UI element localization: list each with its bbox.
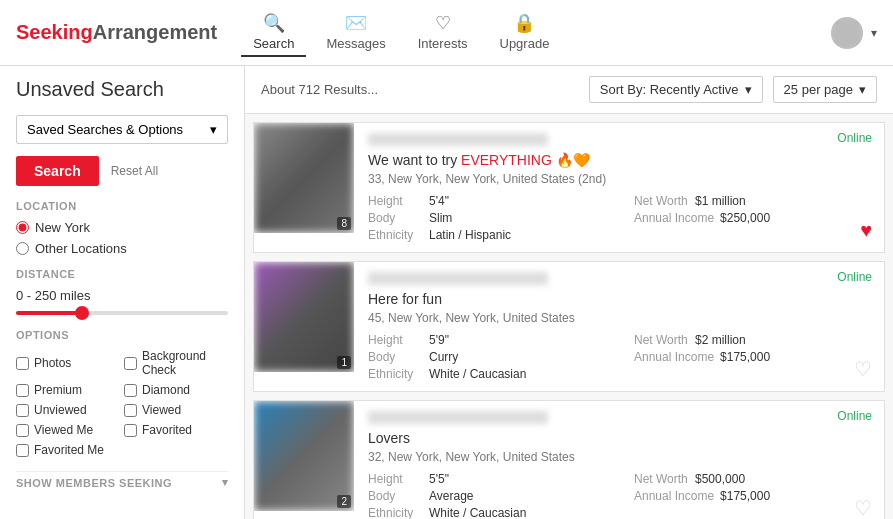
detail-ethnicity-2: Ethnicity White / Caucasian (368, 367, 604, 381)
nav-label-search: Search (253, 36, 294, 51)
detail-body-1: Body Slim (368, 211, 604, 225)
photo-count-3: 2 (337, 495, 351, 508)
option-favorited[interactable]: Favorited (124, 423, 228, 437)
option-diamond[interactable]: Diamond (124, 383, 228, 397)
option-background-check[interactable]: Background Check (124, 349, 228, 377)
income-value-2: $175,000 (720, 350, 770, 364)
option-label-diamond: Diamond (142, 383, 190, 397)
avatar[interactable] (831, 17, 863, 49)
distance-section-label: DISTANCE (16, 268, 228, 280)
profile-tagline-1: We want to try EVERYTHING 🔥🧡 (368, 152, 870, 168)
detail-income-1: Annual Income $250,000 (634, 211, 870, 225)
per-page-dropdown[interactable]: 25 per page ▾ (773, 76, 877, 103)
location-option-other[interactable]: Other Locations (16, 241, 228, 256)
checkbox-viewed[interactable] (124, 404, 137, 417)
location-radio-other[interactable] (16, 242, 29, 255)
table-row[interactable]: 8 We want to try EVERYTHING 🔥🧡 33, New Y… (253, 122, 885, 253)
table-row[interactable]: 2 Lovers 32, New York, New York, United … (253, 400, 885, 519)
nav-label-interests: Interests (418, 36, 468, 51)
income-label-3: Annual Income (634, 489, 714, 503)
option-unviewed[interactable]: Unviewed (16, 403, 120, 417)
profile-name-blurred-2 (368, 272, 548, 285)
checkbox-favorited-me[interactable] (16, 444, 29, 457)
checkbox-unviewed[interactable] (16, 404, 29, 417)
body-value-2: Curry (429, 350, 458, 364)
saved-searches-dropdown[interactable]: Saved Searches & Options ▾ (16, 115, 228, 144)
profile-age-loc-2: 45, New York, New York, United States (368, 311, 870, 325)
nav-item-upgrade[interactable]: 🔒 Upgrade (488, 8, 562, 57)
saved-searches-arrow-icon: ▾ (210, 122, 217, 137)
profile-tagline-2: Here for fun (368, 291, 870, 307)
heart-button-2[interactable]: ♡ (854, 357, 872, 381)
detail-ethnicity-3: Ethnicity White / Caucasian (368, 506, 604, 519)
show-members-seeking[interactable]: SHOW MEMBERS SEEKING ▾ (16, 471, 228, 493)
detail-height-3: Height 5'5" (368, 472, 604, 486)
checkbox-photos[interactable] (16, 357, 29, 370)
body-label-3: Body (368, 489, 423, 503)
status-badge-3: Online (837, 409, 872, 423)
messages-nav-icon: ✉️ (345, 12, 367, 34)
networth-value-1: $1 million (695, 194, 746, 208)
option-label-background-check: Background Check (142, 349, 228, 377)
height-value-2: 5'9" (429, 333, 449, 347)
search-button[interactable]: Search (16, 156, 99, 186)
networth-label-1: Net Worth (634, 194, 689, 208)
networth-value-2: $2 million (695, 333, 746, 347)
profile-dropdown-arrow[interactable]: ▾ (871, 26, 877, 40)
height-label-3: Height (368, 472, 423, 486)
reset-link[interactable]: Reset All (111, 164, 158, 178)
profile-photo-2[interactable]: 1 (254, 262, 354, 372)
nav-item-messages[interactable]: ✉️ Messages (314, 8, 397, 57)
logo-arrangement: Arrangement (93, 21, 217, 43)
profile-tagline-3: Lovers (368, 430, 870, 446)
main-layout: Unsaved Search Saved Searches & Options … (0, 66, 893, 519)
income-value-1: $250,000 (720, 211, 770, 225)
ethnicity-label-3: Ethnicity (368, 506, 423, 519)
location-section-label: LOCATION (16, 200, 228, 212)
sort-label: Sort By: Recently Active (600, 82, 739, 97)
heart-button-1[interactable]: ♥ (860, 219, 872, 242)
heart-button-3[interactable]: ♡ (854, 496, 872, 519)
profile-photo-1[interactable]: 8 (254, 123, 354, 233)
sort-dropdown[interactable]: Sort By: Recently Active ▾ (589, 76, 763, 103)
options-grid: Photos Background Check Premium Diamond … (16, 349, 228, 457)
body-value-3: Average (429, 489, 473, 503)
location-option-new-york[interactable]: New York (16, 220, 228, 235)
profile-info-2: Here for fun 45, New York, New York, Uni… (354, 262, 884, 391)
content-area: About 712 Results... Sort By: Recently A… (245, 66, 893, 519)
header-controls: Sort By: Recently Active ▾ 25 per page ▾ (589, 76, 877, 103)
checkbox-background-check[interactable] (124, 357, 137, 370)
networth-label-3: Net Worth (634, 472, 689, 486)
option-favorited-me[interactable]: Favorited Me (16, 443, 120, 457)
option-photos[interactable]: Photos (16, 349, 120, 377)
results-list: 8 We want to try EVERYTHING 🔥🧡 33, New Y… (245, 114, 893, 519)
ethnicity-value-1: Latin / Hispanic (429, 228, 511, 242)
option-viewed[interactable]: Viewed (124, 403, 228, 417)
photo-count-1: 8 (337, 217, 351, 230)
checkbox-premium[interactable] (16, 384, 29, 397)
checkbox-diamond[interactable] (124, 384, 137, 397)
detail-networth-3: Net Worth $500,000 (634, 472, 870, 486)
table-row[interactable]: 1 Here for fun 45, New York, New York, U… (253, 261, 885, 392)
option-label-premium: Premium (34, 383, 82, 397)
per-page-label: 25 per page (784, 82, 853, 97)
slider-thumb[interactable] (75, 306, 89, 320)
checkbox-favorited[interactable] (124, 424, 137, 437)
search-nav-icon: 🔍 (263, 12, 285, 34)
tagline-highlight-1: EVERYTHING (461, 152, 552, 168)
header-right: ▾ (831, 17, 877, 49)
body-label-2: Body (368, 350, 423, 364)
checkbox-viewed-me[interactable] (16, 424, 29, 437)
option-premium[interactable]: Premium (16, 383, 120, 397)
nav-item-interests[interactable]: ♡ Interests (406, 8, 480, 57)
nav-item-search[interactable]: 🔍 Search (241, 8, 306, 57)
option-label-unviewed: Unviewed (34, 403, 87, 417)
location-radio-new-york[interactable] (16, 221, 29, 234)
option-label-viewed: Viewed (142, 403, 181, 417)
option-viewed-me[interactable]: Viewed Me (16, 423, 120, 437)
networth-value-3: $500,000 (695, 472, 745, 486)
income-label-2: Annual Income (634, 350, 714, 364)
ethnicity-label-1: Ethnicity (368, 228, 423, 242)
profile-photo-3[interactable]: 2 (254, 401, 354, 511)
profile-info-1: We want to try EVERYTHING 🔥🧡 33, New Yor… (354, 123, 884, 252)
